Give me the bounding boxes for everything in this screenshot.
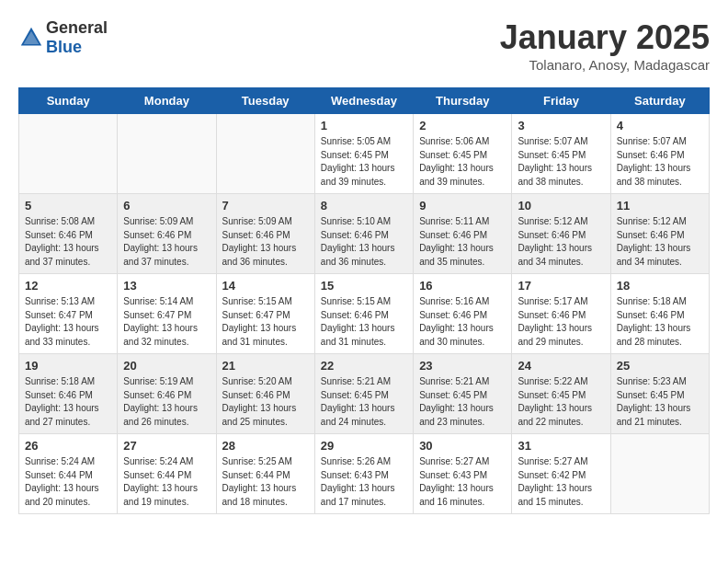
calendar-week-row: 19Sunrise: 5:18 AM Sunset: 6:46 PM Dayli…	[19, 354, 710, 434]
weekday-header-monday: Monday	[118, 88, 216, 114]
day-number: 27	[123, 439, 210, 453]
calendar-day-cell: 19Sunrise: 5:18 AM Sunset: 6:46 PM Dayli…	[19, 354, 118, 434]
weekday-header-friday: Friday	[512, 88, 610, 114]
day-number: 12	[25, 279, 111, 293]
calendar-day-cell: 31Sunrise: 5:27 AM Sunset: 6:42 PM Dayli…	[512, 434, 610, 514]
day-info: Sunrise: 5:12 AM Sunset: 6:46 PM Dayligh…	[518, 215, 604, 269]
weekday-header-thursday: Thursday	[414, 88, 512, 114]
calendar-day-cell: 12Sunrise: 5:13 AM Sunset: 6:47 PM Dayli…	[19, 274, 118, 354]
calendar-day-cell: 14Sunrise: 5:15 AM Sunset: 6:47 PM Dayli…	[216, 274, 314, 354]
day-number: 6	[123, 199, 210, 213]
day-number: 2	[419, 119, 506, 132]
day-info: Sunrise: 5:27 AM Sunset: 6:42 PM Dayligh…	[518, 455, 604, 509]
day-info: Sunrise: 5:07 AM Sunset: 6:45 PM Dayligh…	[518, 135, 604, 189]
day-info: Sunrise: 5:14 AM Sunset: 6:47 PM Dayligh…	[123, 295, 210, 349]
calendar-day-cell: 2Sunrise: 5:06 AM Sunset: 6:45 PM Daylig…	[414, 114, 512, 194]
calendar-day-cell: 10Sunrise: 5:12 AM Sunset: 6:46 PM Dayli…	[512, 194, 610, 274]
day-info: Sunrise: 5:07 AM Sunset: 6:46 PM Dayligh…	[617, 135, 703, 189]
day-info: Sunrise: 5:27 AM Sunset: 6:43 PM Dayligh…	[419, 455, 506, 509]
day-info: Sunrise: 5:12 AM Sunset: 6:46 PM Dayligh…	[617, 215, 703, 269]
calendar-day-cell: 21Sunrise: 5:20 AM Sunset: 6:46 PM Dayli…	[216, 354, 314, 434]
day-number: 5	[25, 199, 111, 213]
calendar-day-cell: 11Sunrise: 5:12 AM Sunset: 6:46 PM Dayli…	[610, 194, 709, 274]
day-number: 15	[321, 279, 407, 293]
calendar-day-cell: 9Sunrise: 5:11 AM Sunset: 6:46 PM Daylig…	[414, 194, 512, 274]
day-number: 3	[518, 119, 604, 132]
day-number: 26	[25, 439, 111, 453]
calendar-day-cell	[610, 434, 709, 514]
logo-icon	[18, 25, 44, 51]
day-info: Sunrise: 5:06 AM Sunset: 6:45 PM Dayligh…	[419, 135, 506, 189]
day-info: Sunrise: 5:15 AM Sunset: 6:46 PM Dayligh…	[321, 295, 407, 349]
calendar-table: SundayMondayTuesdayWednesdayThursdayFrid…	[18, 87, 710, 514]
day-number: 31	[518, 439, 604, 453]
day-number: 16	[419, 279, 506, 293]
calendar-day-cell: 4Sunrise: 5:07 AM Sunset: 6:46 PM Daylig…	[610, 114, 709, 194]
day-number: 17	[518, 279, 604, 293]
day-info: Sunrise: 5:19 AM Sunset: 6:46 PM Dayligh…	[123, 375, 210, 429]
day-info: Sunrise: 5:22 AM Sunset: 6:45 PM Dayligh…	[518, 375, 604, 429]
calendar-day-cell: 27Sunrise: 5:24 AM Sunset: 6:44 PM Dayli…	[118, 434, 216, 514]
month-title: January 2025	[500, 18, 710, 57]
calendar-week-row: 5Sunrise: 5:08 AM Sunset: 6:46 PM Daylig…	[19, 194, 710, 274]
day-number: 9	[419, 199, 506, 213]
day-info: Sunrise: 5:24 AM Sunset: 6:44 PM Dayligh…	[25, 455, 111, 509]
day-info: Sunrise: 5:15 AM Sunset: 6:47 PM Dayligh…	[222, 295, 309, 349]
calendar-day-cell: 29Sunrise: 5:26 AM Sunset: 6:43 PM Dayli…	[314, 434, 413, 514]
day-info: Sunrise: 5:10 AM Sunset: 6:46 PM Dayligh…	[321, 215, 407, 269]
day-info: Sunrise: 5:24 AM Sunset: 6:44 PM Dayligh…	[123, 455, 210, 509]
calendar-day-cell: 22Sunrise: 5:21 AM Sunset: 6:45 PM Dayli…	[314, 354, 413, 434]
calendar-day-cell: 6Sunrise: 5:09 AM Sunset: 6:46 PM Daylig…	[118, 194, 216, 274]
calendar-day-cell: 18Sunrise: 5:18 AM Sunset: 6:46 PM Dayli…	[610, 274, 709, 354]
day-info: Sunrise: 5:20 AM Sunset: 6:46 PM Dayligh…	[222, 375, 309, 429]
day-number: 13	[123, 279, 210, 293]
day-number: 29	[321, 439, 407, 453]
page-header: General Blue January 2025 Tolanaro, Anos…	[18, 18, 710, 73]
day-number: 25	[617, 359, 703, 373]
weekday-header-saturday: Saturday	[610, 88, 709, 114]
day-info: Sunrise: 5:18 AM Sunset: 6:46 PM Dayligh…	[617, 295, 703, 349]
day-number: 8	[321, 199, 407, 213]
day-number: 23	[419, 359, 506, 373]
logo-blue-text: Blue	[46, 38, 82, 56]
calendar-week-row: 12Sunrise: 5:13 AM Sunset: 6:47 PM Dayli…	[19, 274, 710, 354]
day-info: Sunrise: 5:26 AM Sunset: 6:43 PM Dayligh…	[321, 455, 407, 509]
calendar-day-cell	[216, 114, 314, 194]
calendar-day-cell: 25Sunrise: 5:23 AM Sunset: 6:45 PM Dayli…	[610, 354, 709, 434]
day-info: Sunrise: 5:23 AM Sunset: 6:45 PM Dayligh…	[617, 375, 703, 429]
day-info: Sunrise: 5:08 AM Sunset: 6:46 PM Dayligh…	[25, 215, 111, 269]
calendar-day-cell: 24Sunrise: 5:22 AM Sunset: 6:45 PM Dayli…	[512, 354, 610, 434]
calendar-day-cell: 28Sunrise: 5:25 AM Sunset: 6:44 PM Dayli…	[216, 434, 314, 514]
day-info: Sunrise: 5:21 AM Sunset: 6:45 PM Dayligh…	[321, 375, 407, 429]
day-number: 1	[321, 119, 407, 132]
calendar-day-cell: 15Sunrise: 5:15 AM Sunset: 6:46 PM Dayli…	[314, 274, 413, 354]
calendar-day-cell: 17Sunrise: 5:17 AM Sunset: 6:46 PM Dayli…	[512, 274, 610, 354]
calendar-day-cell	[19, 114, 118, 194]
day-number: 21	[222, 359, 309, 373]
calendar-day-cell: 1Sunrise: 5:05 AM Sunset: 6:45 PM Daylig…	[314, 114, 413, 194]
day-number: 7	[222, 199, 309, 213]
day-number: 22	[321, 359, 407, 373]
day-number: 10	[518, 199, 604, 213]
day-number: 20	[123, 359, 210, 373]
day-info: Sunrise: 5:13 AM Sunset: 6:47 PM Dayligh…	[25, 295, 111, 349]
day-info: Sunrise: 5:25 AM Sunset: 6:44 PM Dayligh…	[222, 455, 309, 509]
day-number: 30	[419, 439, 506, 453]
calendar-week-row: 1Sunrise: 5:05 AM Sunset: 6:45 PM Daylig…	[19, 114, 710, 194]
day-info: Sunrise: 5:09 AM Sunset: 6:46 PM Dayligh…	[123, 215, 210, 269]
calendar-day-cell: 23Sunrise: 5:21 AM Sunset: 6:45 PM Dayli…	[414, 354, 512, 434]
calendar-day-cell: 20Sunrise: 5:19 AM Sunset: 6:46 PM Dayli…	[118, 354, 216, 434]
calendar-day-cell: 16Sunrise: 5:16 AM Sunset: 6:46 PM Dayli…	[414, 274, 512, 354]
calendar-day-cell: 5Sunrise: 5:08 AM Sunset: 6:46 PM Daylig…	[19, 194, 118, 274]
logo: General Blue	[18, 18, 108, 57]
calendar-week-row: 26Sunrise: 5:24 AM Sunset: 6:44 PM Dayli…	[19, 434, 710, 514]
day-info: Sunrise: 5:18 AM Sunset: 6:46 PM Dayligh…	[25, 375, 111, 429]
day-info: Sunrise: 5:21 AM Sunset: 6:45 PM Dayligh…	[419, 375, 506, 429]
calendar-day-cell: 7Sunrise: 5:09 AM Sunset: 6:46 PM Daylig…	[216, 194, 314, 274]
day-number: 11	[617, 199, 703, 213]
weekday-header-sunday: Sunday	[19, 88, 118, 114]
logo-general-text: General	[46, 18, 108, 37]
location-text: Tolanaro, Anosy, Madagascar	[500, 57, 710, 73]
calendar-day-cell: 26Sunrise: 5:24 AM Sunset: 6:44 PM Dayli…	[19, 434, 118, 514]
calendar-day-cell: 13Sunrise: 5:14 AM Sunset: 6:47 PM Dayli…	[118, 274, 216, 354]
